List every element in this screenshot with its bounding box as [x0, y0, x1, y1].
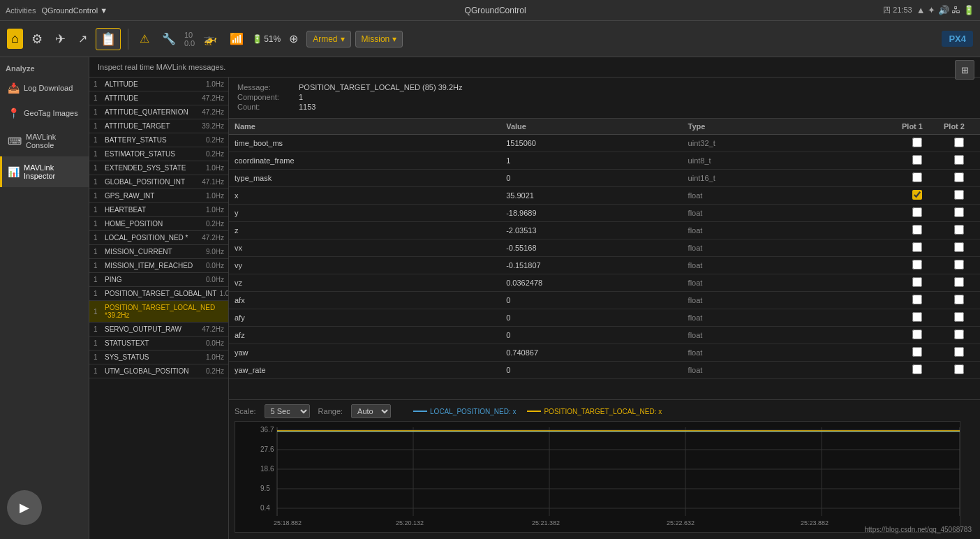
message-list-item[interactable]: 1BATTERY_STATUS0.2Hz [89, 133, 228, 147]
plot1-checkbox[interactable] [912, 207, 922, 217]
plot1-checkbox[interactable] [912, 138, 922, 147]
message-list-item[interactable]: 1EXTENDED_SYS_STATE1.0Hz [89, 161, 228, 175]
flightplan-button[interactable]: ↗ [74, 29, 91, 48]
plot2-checkbox[interactable] [954, 277, 964, 287]
tools-button[interactable]: 🔧 [158, 29, 180, 48]
settings-button[interactable]: ⚙ [27, 29, 47, 50]
message-list-item[interactable]: 1GPS_RAW_INT1.0Hz [89, 189, 228, 203]
home-button[interactable]: ⌂ [7, 29, 23, 49]
plot2-checkbox[interactable] [954, 295, 964, 304]
message-list-item[interactable]: 1STATUSTEXT0.0Hz [89, 337, 228, 350]
message-list-item[interactable]: 1ATTITUDE_TARGET39.2Hz [89, 119, 228, 133]
sidebar-item-mavlink-inspector[interactable]: 📊 MAVLink Inspector [0, 156, 89, 187]
app-title-label[interactable]: QGroundControl ▼ [41, 6, 107, 15]
message-list-item[interactable]: 1MISSION_ITEM_REACHED0.0Hz [89, 259, 228, 273]
vehicle-setup-button[interactable]: ✈ [51, 29, 70, 50]
msg-name: PING [105, 276, 203, 283]
component-label: Component: [237, 93, 293, 101]
message-list-item[interactable]: 1GLOBAL_POSITION_INT47.1Hz [89, 175, 228, 189]
sidebar-item-mavlink-console[interactable]: ⌨ MAVLink Console [0, 126, 89, 156]
signal-button[interactable]: 📶 [225, 29, 248, 48]
plot1-checkbox[interactable] [912, 172, 922, 182]
plot2-cell [938, 292, 980, 309]
plot2-checkbox[interactable] [954, 242, 964, 252]
plot1-checkbox[interactable] [912, 347, 922, 357]
plot1-checkbox[interactable] [912, 155, 922, 165]
plot2-checkbox[interactable] [954, 364, 964, 374]
grid-layout-button[interactable]: ⊞ [955, 60, 974, 80]
plot2-checkbox[interactable] [954, 207, 964, 217]
message-list-item[interactable]: 1POSITION_TARGET_LOCAL_NED *39.2Hz [89, 301, 228, 323]
field-value: -18.9689 [500, 205, 682, 222]
armed-dropdown[interactable]: Armed ▾ [306, 31, 350, 47]
plot1-cell [896, 205, 938, 222]
msg-num: 1 [94, 164, 102, 172]
msg-freq: 1.0Hz [206, 80, 224, 88]
mission-dropdown[interactable]: Mission ▾ [355, 31, 403, 47]
plot2-checkbox[interactable] [954, 347, 964, 357]
plot1-checkbox[interactable] [912, 364, 922, 374]
range-select[interactable]: Auto Fixed [351, 404, 391, 418]
battery-percent: 51% [264, 34, 281, 44]
msg-freq: 0.0Hz [206, 339, 224, 347]
topbar-right: 四 21:53 ▲ ✦ 🔊 🖧 🔋 [883, 5, 974, 15]
message-list-item[interactable]: 1MISSION_CURRENT9.0Hz [89, 245, 228, 259]
plot1-checkbox[interactable] [912, 277, 922, 287]
flight-mode-button[interactable]: 🚁 [199, 29, 221, 48]
scale-select[interactable]: 5 Sec 10 Sec 30 Sec [265, 404, 310, 418]
plot1-checkbox[interactable] [912, 260, 922, 270]
plot2-checkbox[interactable] [954, 225, 964, 235]
plot1-checkbox[interactable] [912, 242, 922, 252]
message-list-item[interactable]: 1PING0.0Hz [89, 273, 228, 287]
plot1-checkbox[interactable] [912, 330, 922, 339]
plot2-checkbox[interactable] [954, 312, 964, 322]
play-button[interactable]: ▶ [7, 490, 42, 525]
message-list-item[interactable]: 1HEARTBEAT1.0Hz [89, 203, 228, 217]
col-plot2: Plot 2 [938, 119, 980, 135]
plot1-checkbox[interactable] [912, 312, 922, 322]
plot2-checkbox[interactable] [954, 190, 964, 200]
table-row: vz0.0362478float [229, 274, 980, 292]
msg-num: 1 [94, 136, 102, 144]
plot2-checkbox[interactable] [954, 260, 964, 270]
message-list-item[interactable]: 1UTM_GLOBAL_POSITION0.2Hz [89, 364, 228, 378]
message-list-item[interactable]: 1HOME_POSITION0.2Hz [89, 217, 228, 231]
plot2-cell [938, 152, 980, 170]
plot2-checkbox[interactable] [954, 155, 964, 165]
plot1-cell [896, 362, 938, 379]
svg-text:18.6: 18.6 [260, 465, 274, 473]
message-list-item[interactable]: 1ALTITUDE1.0Hz [89, 77, 228, 91]
message-list-item[interactable]: 1ESTIMATOR_STATUS0.2Hz [89, 147, 228, 161]
message-list-item[interactable]: 1POSITION_TARGET_GLOBAL_INT1.0Hz [89, 287, 228, 301]
vehicle-icon: ✈ [55, 31, 66, 47]
svg-text:36.7: 36.7 [260, 426, 274, 434]
msg-name: LOCAL_POSITION_NED * [105, 234, 199, 242]
message-list-item[interactable]: 1SERVO_OUTPUT_RAW47.2Hz [89, 323, 228, 337]
table-row: yaw0.740867float [229, 344, 980, 362]
field-value: -0.55168 [500, 239, 682, 257]
message-list-item[interactable]: 1SYS_STATUS1.0Hz [89, 350, 228, 364]
table-row: z-2.03513float [229, 222, 980, 239]
activities-label[interactable]: Activities [6, 6, 36, 15]
plot1-checkbox[interactable] [912, 225, 922, 235]
plot2-checkbox[interactable] [954, 172, 964, 182]
plot2-checkbox[interactable] [954, 330, 964, 339]
message-list-item[interactable]: 1LOCAL_POSITION_NED *47.2Hz [89, 231, 228, 245]
home-icon: ⌂ [11, 31, 19, 46]
message-list-item[interactable]: 1ATTITUDE47.2Hz [89, 91, 228, 105]
plot2-checkbox[interactable] [954, 138, 964, 147]
plot1-cell [896, 257, 938, 274]
warning-button[interactable]: ⚠ [135, 29, 154, 48]
plot1-checkbox[interactable] [912, 190, 922, 200]
sidebar-item-geotag-images[interactable]: 📍 GeoTag Images [0, 101, 89, 126]
gps-button[interactable]: ⊕ [285, 29, 302, 48]
plot1-checkbox[interactable] [912, 295, 922, 304]
message-list-item[interactable]: 1ATTITUDE_QUATERNION47.2Hz [89, 105, 228, 119]
sidebar-item-label: GeoTag Images [24, 109, 78, 117]
analyze-button[interactable]: 📋 [96, 28, 121, 50]
msg-num: 1 [94, 234, 102, 242]
sidebar-item-log-download[interactable]: 📥 Log Download [0, 75, 89, 101]
msg-num: 1 [94, 353, 102, 361]
msg-name: ATTITUDE_QUATERNION [105, 108, 199, 116]
msg-num: 1 [94, 308, 102, 316]
